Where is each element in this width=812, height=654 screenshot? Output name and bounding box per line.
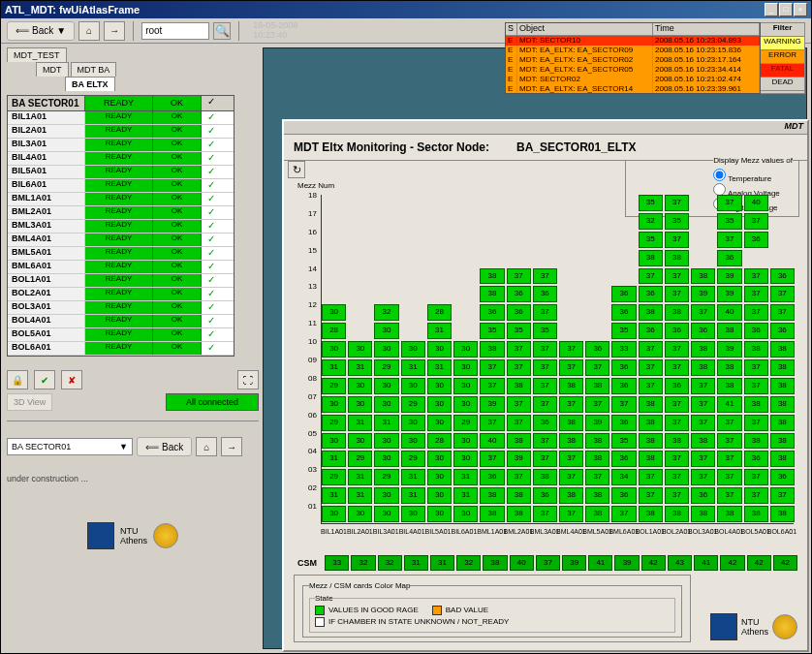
mezz-cell[interactable]: 35 xyxy=(717,213,741,230)
col-s[interactable]: S xyxy=(506,23,517,35)
mezz-cell[interactable]: 38 xyxy=(691,341,715,358)
mezz-cell[interactable]: 38 xyxy=(691,359,715,376)
mezz-cell[interactable]: 36 xyxy=(691,323,715,339)
mezz-cell[interactable]: 31 xyxy=(322,451,346,467)
mezz-cell[interactable]: 29 xyxy=(322,469,346,485)
mezz-cell[interactable]: 36 xyxy=(665,323,689,339)
mezz-cell[interactable]: 30 xyxy=(453,396,478,413)
csm-cell[interactable]: 41 xyxy=(588,555,612,571)
mezz-cell[interactable]: 37 xyxy=(665,487,689,504)
csm-cell[interactable]: 42 xyxy=(747,555,771,571)
tab-mdt[interactable]: MDT xyxy=(36,62,69,77)
mezz-cell[interactable]: 31 xyxy=(348,415,372,431)
mezz-cell[interactable]: 37 xyxy=(559,396,583,413)
mezz-cell[interactable]: 31 xyxy=(453,469,478,485)
mezz-cell[interactable]: 36 xyxy=(611,451,636,467)
mezz-cell[interactable]: 29 xyxy=(322,378,346,394)
filter-dead[interactable]: DEAD xyxy=(761,78,804,91)
mezz-cell[interactable]: 36 xyxy=(744,451,768,467)
mezz-cell[interactable]: 37 xyxy=(585,396,609,413)
mezz-cell[interactable]: 37 xyxy=(665,396,689,413)
mezz-cell[interactable]: 38 xyxy=(507,433,531,450)
mezz-cell[interactable]: 38 xyxy=(507,378,531,394)
mezz-cell[interactable]: 36 xyxy=(611,415,636,431)
mezz-cell[interactable]: 37 xyxy=(639,268,663,285)
sector-row[interactable]: BML5A01READYOK✓ xyxy=(8,247,234,261)
mezz-cell[interactable]: 39 xyxy=(507,451,531,467)
tab-mdt-test[interactable]: MDT_TEST xyxy=(7,47,67,62)
mezz-cell[interactable]: 39 xyxy=(691,286,715,302)
mezz-cell[interactable]: 30 xyxy=(401,433,425,450)
mezz-cell[interactable]: 41 xyxy=(717,396,741,413)
mezz-cell[interactable]: 36 xyxy=(611,304,636,321)
csm-cell[interactable]: 37 xyxy=(536,555,560,571)
mezz-cell[interactable]: 31 xyxy=(348,359,372,376)
mezz-cell[interactable]: 36 xyxy=(744,232,768,248)
mezz-cell[interactable]: 30 xyxy=(453,378,478,394)
mezz-cell[interactable]: 34 xyxy=(611,469,636,485)
mezz-cell[interactable]: 30 xyxy=(427,378,452,394)
mezz-cell[interactable]: 33 xyxy=(611,341,636,358)
mezz-cell[interactable]: 30 xyxy=(374,341,398,358)
mezz-cell[interactable]: 36 xyxy=(691,487,715,504)
maximize-button[interactable]: □ xyxy=(779,3,793,16)
mezz-cell[interactable]: 36 xyxy=(770,268,795,285)
mezz-cell[interactable]: 39 xyxy=(717,268,741,285)
mezz-cell[interactable]: 37 xyxy=(585,359,609,376)
alarm-row[interactable]: EMDT: SECTOR022008.05.16 10:21:02.474 xyxy=(506,75,760,84)
sector-row[interactable]: BIL1A01READYOK✓ xyxy=(8,111,234,125)
check-icon[interactable]: ✔ xyxy=(34,370,55,389)
mezz-cell[interactable]: 39 xyxy=(585,415,609,431)
mezz-cell[interactable]: 30 xyxy=(401,341,425,358)
mezz-cell[interactable]: 29 xyxy=(374,469,398,485)
mezz-cell[interactable]: 37 xyxy=(559,359,583,376)
mezz-cell[interactable]: 37 xyxy=(770,286,795,302)
mezz-cell[interactable]: 35 xyxy=(611,433,636,450)
mezz-cell[interactable]: 28 xyxy=(427,304,452,321)
alarm-row[interactable]: EMDT: SECTOR102008.05.16 10:23:04.893 xyxy=(506,36,760,46)
mezz-cell[interactable]: 38 xyxy=(585,378,609,394)
mezz-cell[interactable]: 36 xyxy=(611,487,636,504)
mezz-cell[interactable]: 38 xyxy=(639,396,663,413)
mezz-cell[interactable]: 38 xyxy=(559,487,583,504)
mezz-cell[interactable]: 37 xyxy=(533,378,557,394)
mezz-cell[interactable]: 32 xyxy=(374,304,398,321)
mezz-cell[interactable]: 38 xyxy=(770,506,795,522)
sector-row[interactable]: BIL6A01READYOK✓ xyxy=(8,179,234,193)
mezz-cell[interactable]: 40 xyxy=(717,304,741,321)
csm-cell[interactable]: 40 xyxy=(510,555,534,571)
mezz-cell[interactable]: 38 xyxy=(559,378,583,394)
mezz-cell[interactable]: 37 xyxy=(611,396,636,413)
mezz-cell[interactable]: 38 xyxy=(480,506,504,522)
csm-cell[interactable]: 31 xyxy=(430,555,454,571)
mezz-cell[interactable]: 37 xyxy=(639,359,663,376)
mezz-cell[interactable]: 37 xyxy=(717,433,741,450)
mezz-cell[interactable]: 38 xyxy=(665,250,689,266)
col-object[interactable]: Object xyxy=(517,23,653,35)
mezz-cell[interactable]: 38 xyxy=(585,451,609,467)
mezz-cell[interactable]: 37 xyxy=(691,396,715,413)
mezz-cell[interactable]: 38 xyxy=(770,451,795,467)
mezz-cell[interactable]: 37 xyxy=(533,396,557,413)
mezz-cell[interactable]: 31 xyxy=(427,323,452,339)
nav-back-button[interactable]: ⟸ Back xyxy=(137,437,192,456)
mezz-cell[interactable]: 30 xyxy=(453,451,478,467)
csm-cell[interactable]: 32 xyxy=(351,555,375,571)
mezz-cell[interactable]: 37 xyxy=(480,415,504,431)
mezz-cell[interactable]: 38 xyxy=(480,286,504,302)
mezz-cell[interactable]: 31 xyxy=(401,359,425,376)
mezz-cell[interactable]: 37 xyxy=(691,304,715,321)
mezz-cell[interactable]: 37 xyxy=(691,451,715,467)
mezz-cell[interactable]: 30 xyxy=(322,396,346,413)
mezz-cell[interactable]: 30 xyxy=(427,396,452,413)
mezz-cell[interactable]: 37 xyxy=(665,359,689,376)
mezz-cell[interactable]: 36 xyxy=(611,378,636,394)
mezz-cell[interactable]: 37 xyxy=(533,506,557,522)
mezz-cell[interactable]: 38 xyxy=(744,396,768,413)
filter-warning[interactable]: WARNING xyxy=(761,37,804,50)
lock-icon[interactable]: 🔒 xyxy=(7,370,28,389)
mezz-cell[interactable]: 36 xyxy=(533,487,557,504)
mezz-cell[interactable]: 30 xyxy=(348,378,372,394)
alarm-row[interactable]: EMDT: EA_ELTX: EA_SECTOR022008.05.16 10:… xyxy=(506,55,760,65)
view-3d-button[interactable]: 3D View xyxy=(7,393,52,411)
